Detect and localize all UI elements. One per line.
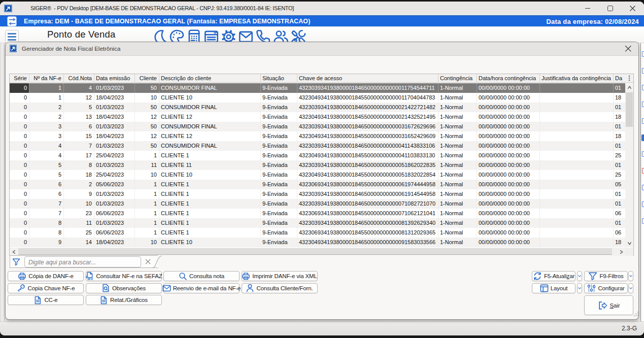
svg-text:NF-E: NF-E xyxy=(88,278,94,281)
